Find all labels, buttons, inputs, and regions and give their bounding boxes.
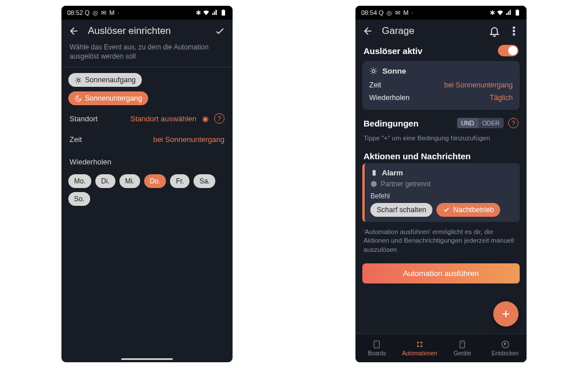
page-title: Garage xyxy=(382,25,481,37)
help-icon[interactable]: ? xyxy=(508,118,519,128)
action-card[interactable]: Alarm Partner getrennt Befehl Scharf sch… xyxy=(362,163,520,222)
help-icon[interactable]: ? xyxy=(214,113,225,124)
sunrise-chip[interactable]: Sonnenaufgang xyxy=(68,73,142,87)
sun-icon xyxy=(369,67,378,75)
active-toggle[interactable] xyxy=(498,45,519,56)
svg-point-10 xyxy=(371,181,377,187)
repeat-label: Wiederholen xyxy=(69,158,111,166)
status-icons: Q ◎ ✉ M · xyxy=(379,9,414,17)
day-chipset: Mo.Di.Mi.Do.Fr.Sa.So. xyxy=(68,174,226,206)
phone-right: 08:54 Q ◎ ✉ M · ✱ Garage Auslöser aktiv … xyxy=(355,6,527,362)
location-action[interactable]: Standort auswählen xyxy=(130,114,196,123)
day-chip-Sa[interactable]: Sa. xyxy=(194,174,215,188)
confirm-icon[interactable] xyxy=(214,25,226,37)
condition-mode-segment[interactable]: UND ODER xyxy=(457,118,504,128)
svg-rect-1 xyxy=(223,10,225,10)
home-indicator xyxy=(121,358,173,360)
tab-boards[interactable]: Boards xyxy=(355,334,399,362)
status-bar: 08:52 Q ◎ ✉ M · ✱ xyxy=(61,6,233,20)
tab-geräte[interactable]: Geräte xyxy=(441,334,484,362)
and-button[interactable]: UND xyxy=(457,118,478,128)
status-icons: Q ◎ ✉ M · xyxy=(85,9,120,17)
day-chip-Di[interactable]: Di. xyxy=(95,174,115,188)
signal-icon xyxy=(505,9,512,16)
trigger-active-row: Auslöser aktiv xyxy=(362,43,520,61)
content: Sonnenaufgang Sonnenuntergang Standort S… xyxy=(61,67,233,362)
bell-icon[interactable] xyxy=(489,25,500,37)
bluetooth-icon: ✱ xyxy=(490,9,495,17)
status-time: 08:54 xyxy=(361,9,377,16)
sun-chipset: Sonnenaufgang Sonnenuntergang xyxy=(68,73,226,105)
location-row: Standort Standort auswählen ◉ ? xyxy=(68,105,226,127)
wifi-icon xyxy=(203,9,210,16)
conditions-hint: Tippe "+" um eine Bedingung hinzuzufügen xyxy=(362,133,520,149)
time-row: Zeit bei Sonnenuntergang xyxy=(68,127,226,147)
svg-rect-3 xyxy=(516,10,519,16)
time-value: bei Sonnenuntergang xyxy=(153,135,225,144)
check-icon xyxy=(443,206,450,213)
trigger-active-label: Auslöser aktiv xyxy=(363,46,423,56)
svg-rect-0 xyxy=(222,10,225,16)
wifi-icon xyxy=(497,9,504,16)
more-icon[interactable] xyxy=(508,25,520,37)
bluetooth-icon: ✱ xyxy=(196,9,201,17)
back-icon[interactable] xyxy=(362,25,374,37)
sun-icon xyxy=(75,76,82,84)
day-chip-Do[interactable]: Do. xyxy=(144,174,167,188)
svg-point-8 xyxy=(372,70,375,72)
or-button[interactable]: ODER xyxy=(478,118,504,128)
run-hint: 'Automation ausführen' ermöglicht es dir… xyxy=(362,227,520,260)
arm-chip[interactable]: Scharf schalten xyxy=(370,203,432,217)
tab-icon xyxy=(458,340,467,349)
target-icon[interactable]: ◉ xyxy=(202,114,208,123)
tab-icon xyxy=(501,340,510,349)
svg-rect-4 xyxy=(517,10,519,10)
location-label: Standort xyxy=(69,114,98,123)
add-fab[interactable]: + xyxy=(493,301,519,327)
tab-bar: BoardsAutomationenGeräteEntdecken xyxy=(355,334,527,362)
day-chip-So[interactable]: So. xyxy=(68,192,90,206)
tab-icon xyxy=(372,340,381,349)
status-bar: 08:54 Q ◎ ✉ M · ✱ xyxy=(355,6,527,20)
tab-icon xyxy=(415,340,424,349)
page-subtitle: Wähle das Event aus, zu dem die Automati… xyxy=(61,43,233,67)
svg-rect-16 xyxy=(460,341,465,348)
svg-rect-9 xyxy=(373,170,376,175)
phone-left: 08:52 Q ◎ ✉ M · ✱ Auslöser einrichten Wä… xyxy=(61,6,233,362)
top-bar: Auslöser einrichten xyxy=(61,20,233,43)
tab-automationen[interactable]: Automationen xyxy=(399,334,442,362)
status-time: 08:52 xyxy=(67,9,83,16)
svg-rect-11 xyxy=(374,341,380,348)
day-chip-Mi[interactable]: Mi. xyxy=(119,174,140,188)
actions-row: Aktionen und Nachrichten xyxy=(362,149,520,163)
moon-icon xyxy=(75,95,82,102)
tab-entdecken[interactable]: Entdecken xyxy=(484,334,527,362)
repeat-row: Wiederholen xyxy=(68,147,226,170)
day-chip-Fr[interactable]: Fr. xyxy=(170,174,189,188)
svg-point-6 xyxy=(513,30,515,32)
night-chip[interactable]: Nachtbetrieb xyxy=(436,203,500,217)
conditions-row: Bedingungen UND ODER ? xyxy=(362,116,520,133)
svg-point-5 xyxy=(513,27,515,29)
content: Auslöser aktiv Sonne Zeitbei Sonnenunter… xyxy=(355,43,527,334)
day-chip-Mo[interactable]: Mo. xyxy=(68,174,91,188)
svg-point-2 xyxy=(77,79,79,81)
battery-icon xyxy=(220,9,227,16)
info-icon xyxy=(370,181,377,187)
sun-card[interactable]: Sonne Zeitbei Sonnenuntergang Wiederhole… xyxy=(362,61,520,110)
battery-icon xyxy=(514,9,521,16)
plus-icon: + xyxy=(502,306,510,322)
svg-point-7 xyxy=(513,34,515,36)
sunset-chip[interactable]: Sonnenuntergang xyxy=(68,91,148,105)
run-automation-button[interactable]: Automation ausführen xyxy=(362,263,520,283)
device-icon xyxy=(370,169,378,177)
page-title: Auslöser einrichten xyxy=(88,25,206,37)
top-bar: Garage xyxy=(355,20,527,43)
back-icon[interactable] xyxy=(68,25,80,37)
signal-icon xyxy=(211,9,218,16)
time-label: Zeit xyxy=(69,135,82,144)
svg-point-17 xyxy=(462,342,463,343)
